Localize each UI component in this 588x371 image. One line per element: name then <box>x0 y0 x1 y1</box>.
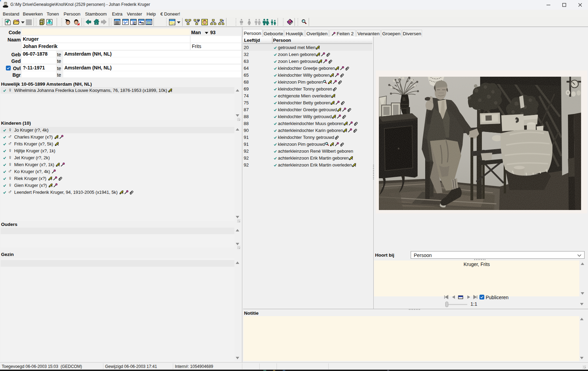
svg-text:?: ? <box>289 20 291 23</box>
